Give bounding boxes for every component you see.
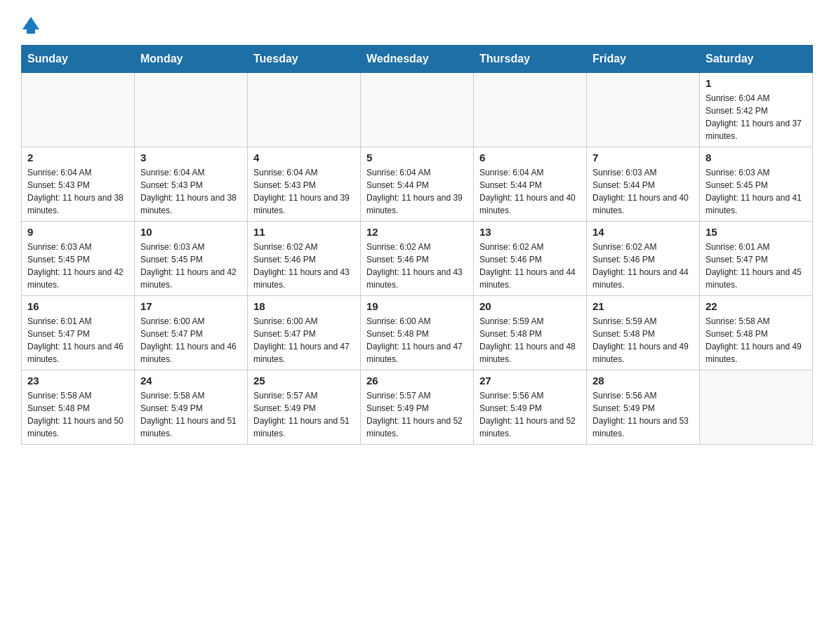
calendar-cell: 5Sunrise: 6:04 AM Sunset: 5:44 PM Daylig… xyxy=(361,147,474,222)
day-info: Sunrise: 5:56 AM Sunset: 5:49 PM Dayligh… xyxy=(479,389,581,440)
header-friday: Friday xyxy=(587,46,700,73)
svg-marker-0 xyxy=(22,17,39,29)
day-info: Sunrise: 6:03 AM Sunset: 5:45 PM Dayligh… xyxy=(140,241,241,291)
day-number: 24 xyxy=(140,375,241,387)
header-tuesday: Tuesday xyxy=(248,46,361,73)
day-number: 5 xyxy=(366,152,468,163)
day-info: Sunrise: 6:04 AM Sunset: 5:43 PM Dayligh… xyxy=(253,166,355,217)
calendar-cell: 28Sunrise: 5:56 AM Sunset: 5:49 PM Dayli… xyxy=(587,370,700,445)
calendar-week-row: 16Sunrise: 6:01 AM Sunset: 5:47 PM Dayli… xyxy=(22,296,813,370)
day-info: Sunrise: 5:59 AM Sunset: 5:48 PM Dayligh… xyxy=(593,315,694,365)
day-number: 21 xyxy=(593,300,694,312)
day-info: Sunrise: 6:01 AM Sunset: 5:47 PM Dayligh… xyxy=(27,315,128,365)
calendar-table: SundayMondayTuesdayWednesdayThursdayFrid… xyxy=(21,45,813,445)
day-number: 16 xyxy=(27,300,128,312)
day-info: Sunrise: 6:00 AM Sunset: 5:47 PM Dayligh… xyxy=(140,315,241,365)
day-info: Sunrise: 6:00 AM Sunset: 5:48 PM Dayligh… xyxy=(366,315,468,365)
day-number: 23 xyxy=(27,375,128,387)
calendar-cell: 2Sunrise: 6:04 AM Sunset: 5:43 PM Daylig… xyxy=(22,147,135,222)
day-info: Sunrise: 6:03 AM Sunset: 5:45 PM Dayligh… xyxy=(706,166,807,217)
calendar-cell: 20Sunrise: 5:59 AM Sunset: 5:48 PM Dayli… xyxy=(474,296,587,370)
calendar-cell: 12Sunrise: 6:02 AM Sunset: 5:46 PM Dayli… xyxy=(361,222,474,296)
day-number: 19 xyxy=(366,300,468,312)
calendar-cell: 19Sunrise: 6:00 AM Sunset: 5:48 PM Dayli… xyxy=(361,296,474,370)
day-number: 7 xyxy=(593,152,694,163)
calendar-cell: 1Sunrise: 6:04 AM Sunset: 5:42 PM Daylig… xyxy=(700,73,813,147)
header-monday: Monday xyxy=(135,46,248,73)
day-info: Sunrise: 6:04 AM Sunset: 5:43 PM Dayligh… xyxy=(27,166,128,217)
calendar-week-row: 23Sunrise: 5:58 AM Sunset: 5:48 PM Dayli… xyxy=(22,370,813,445)
day-number: 4 xyxy=(253,152,355,163)
calendar-cell: 16Sunrise: 6:01 AM Sunset: 5:47 PM Dayli… xyxy=(22,296,135,370)
header-wednesday: Wednesday xyxy=(361,46,474,73)
day-info: Sunrise: 6:03 AM Sunset: 5:44 PM Dayligh… xyxy=(593,166,694,217)
day-number: 12 xyxy=(366,226,468,238)
calendar-cell: 4Sunrise: 6:04 AM Sunset: 5:43 PM Daylig… xyxy=(248,147,361,222)
calendar-cell: 27Sunrise: 5:56 AM Sunset: 5:49 PM Dayli… xyxy=(474,370,587,445)
calendar-cell xyxy=(587,73,700,147)
calendar-cell: 3Sunrise: 6:04 AM Sunset: 5:43 PM Daylig… xyxy=(135,147,248,222)
calendar-cell: 18Sunrise: 6:00 AM Sunset: 5:47 PM Dayli… xyxy=(248,296,361,370)
day-info: Sunrise: 5:58 AM Sunset: 5:48 PM Dayligh… xyxy=(27,389,128,440)
day-info: Sunrise: 6:01 AM Sunset: 5:47 PM Dayligh… xyxy=(706,241,807,291)
calendar-week-row: 2Sunrise: 6:04 AM Sunset: 5:43 PM Daylig… xyxy=(22,147,813,222)
calendar-cell xyxy=(361,73,474,147)
calendar-cell xyxy=(474,73,587,147)
day-info: Sunrise: 6:04 AM Sunset: 5:43 PM Dayligh… xyxy=(140,166,241,217)
calendar-cell: 24Sunrise: 5:58 AM Sunset: 5:49 PM Dayli… xyxy=(135,370,248,445)
day-info: Sunrise: 6:04 AM Sunset: 5:44 PM Dayligh… xyxy=(479,166,581,217)
header-thursday: Thursday xyxy=(474,46,587,73)
day-number: 28 xyxy=(593,375,694,387)
day-number: 20 xyxy=(479,300,581,312)
page-header xyxy=(21,14,813,34)
calendar-cell: 15Sunrise: 6:01 AM Sunset: 5:47 PM Dayli… xyxy=(700,222,813,296)
day-number: 10 xyxy=(140,226,241,238)
day-number: 11 xyxy=(253,226,355,238)
day-info: Sunrise: 6:02 AM Sunset: 5:46 PM Dayligh… xyxy=(366,241,468,291)
day-number: 15 xyxy=(706,226,807,238)
day-info: Sunrise: 5:59 AM Sunset: 5:48 PM Dayligh… xyxy=(479,315,581,365)
day-number: 17 xyxy=(140,300,241,312)
calendar-cell: 22Sunrise: 5:58 AM Sunset: 5:48 PM Dayli… xyxy=(700,296,813,370)
calendar-week-row: 9Sunrise: 6:03 AM Sunset: 5:45 PM Daylig… xyxy=(22,222,813,296)
day-number: 22 xyxy=(706,300,807,312)
logo-icon xyxy=(21,14,41,34)
day-number: 8 xyxy=(706,152,807,163)
calendar-cell: 6Sunrise: 6:04 AM Sunset: 5:44 PM Daylig… xyxy=(474,147,587,222)
calendar-cell: 17Sunrise: 6:00 AM Sunset: 5:47 PM Dayli… xyxy=(135,296,248,370)
svg-marker-1 xyxy=(27,29,35,34)
calendar-cell: 8Sunrise: 6:03 AM Sunset: 5:45 PM Daylig… xyxy=(700,147,813,222)
header-sunday: Sunday xyxy=(22,46,135,73)
calendar-cell xyxy=(22,73,135,147)
day-info: Sunrise: 5:58 AM Sunset: 5:49 PM Dayligh… xyxy=(140,389,241,440)
day-number: 25 xyxy=(253,375,355,387)
calendar-cell: 10Sunrise: 6:03 AM Sunset: 5:45 PM Dayli… xyxy=(135,222,248,296)
header-saturday: Saturday xyxy=(700,46,813,73)
day-info: Sunrise: 6:04 AM Sunset: 5:44 PM Dayligh… xyxy=(366,166,468,217)
day-number: 14 xyxy=(593,226,694,238)
day-info: Sunrise: 6:04 AM Sunset: 5:42 PM Dayligh… xyxy=(706,92,807,142)
calendar-cell: 21Sunrise: 5:59 AM Sunset: 5:48 PM Dayli… xyxy=(587,296,700,370)
day-number: 6 xyxy=(479,152,581,163)
logo xyxy=(21,14,41,34)
calendar-cell: 11Sunrise: 6:02 AM Sunset: 5:46 PM Dayli… xyxy=(248,222,361,296)
day-info: Sunrise: 6:02 AM Sunset: 5:46 PM Dayligh… xyxy=(253,241,355,291)
day-info: Sunrise: 5:58 AM Sunset: 5:48 PM Dayligh… xyxy=(706,315,807,365)
calendar-cell xyxy=(700,370,813,445)
calendar-cell xyxy=(135,73,248,147)
calendar-cell: 23Sunrise: 5:58 AM Sunset: 5:48 PM Dayli… xyxy=(22,370,135,445)
day-info: Sunrise: 6:03 AM Sunset: 5:45 PM Dayligh… xyxy=(27,241,128,291)
day-info: Sunrise: 5:57 AM Sunset: 5:49 PM Dayligh… xyxy=(366,389,468,440)
calendar-header-row: SundayMondayTuesdayWednesdayThursdayFrid… xyxy=(22,46,813,73)
day-info: Sunrise: 6:02 AM Sunset: 5:46 PM Dayligh… xyxy=(593,241,694,291)
calendar-week-row: 1Sunrise: 6:04 AM Sunset: 5:42 PM Daylig… xyxy=(22,73,813,147)
day-number: 13 xyxy=(479,226,581,238)
calendar-cell: 26Sunrise: 5:57 AM Sunset: 5:49 PM Dayli… xyxy=(361,370,474,445)
calendar-cell: 25Sunrise: 5:57 AM Sunset: 5:49 PM Dayli… xyxy=(248,370,361,445)
day-info: Sunrise: 5:56 AM Sunset: 5:49 PM Dayligh… xyxy=(593,389,694,440)
day-number: 1 xyxy=(706,77,807,89)
day-info: Sunrise: 6:00 AM Sunset: 5:47 PM Dayligh… xyxy=(253,315,355,365)
calendar-cell xyxy=(248,73,361,147)
calendar-cell: 13Sunrise: 6:02 AM Sunset: 5:46 PM Dayli… xyxy=(474,222,587,296)
day-number: 2 xyxy=(27,152,128,163)
